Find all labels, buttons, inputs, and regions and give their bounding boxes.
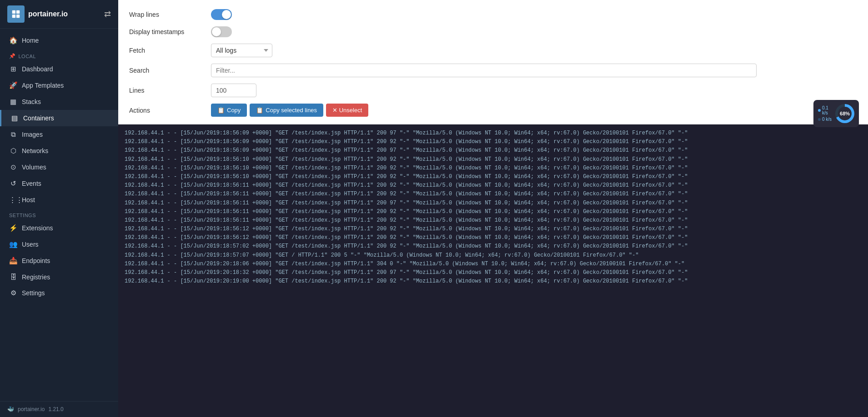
extensions-icon: ⚡ [9,224,17,232]
svg-rect-0 [12,10,15,14]
controls-panel: Wrap lines Display timestamps Fetch All … [118,0,868,124]
footer-brand: portainer.io [18,406,45,412]
log-line[interactable]: 192.168.44.1 - - [15/Jun/2019:18:56:11 +… [125,216,862,225]
log-line[interactable]: 192.168.44.1 - - [15/Jun/2019:18:56:09 +… [125,138,862,146]
upload-dot [818,109,821,112]
sidebar-item-dashboard[interactable]: ⊞ Dashboard [0,61,118,77]
log-line[interactable]: 192.168.44.1 - - [15/Jun/2019:18:56:12 +… [125,233,862,242]
display-timestamps-label: Display timestamps [129,28,211,35]
sidebar-item-endpoints-label: Endpoints [22,257,50,264]
sidebar-item-host[interactable]: ⋮⋮ Host [0,192,118,208]
search-label: Search [129,67,211,74]
sidebar-item-images[interactable]: ⧉ Images [0,126,118,143]
log-output[interactable]: 192.168.44.1 - - [15/Jun/2019:18:56:09 +… [118,124,868,417]
sidebar-logo-text: portainer.io [28,10,68,18]
sidebar-item-users[interactable]: 👥 Users [0,236,118,253]
registries-icon: 🗄 [9,273,17,281]
sidebar-item-app-templates[interactable]: 🚀 App Templates [0,77,118,94]
copy-button[interactable]: 📋 Copy [211,104,247,117]
search-input[interactable] [211,64,757,77]
portainer-logo-icon [7,5,25,23]
networks-icon: ⬡ [9,147,17,155]
settings-section-header: SETTINGS [0,208,118,220]
log-line[interactable]: 192.168.44.1 - - [15/Jun/2019:20:19:00 +… [125,277,862,286]
sidebar-item-events-label: Events [22,180,41,187]
sidebar-item-home[interactable]: 🏠 Home [0,32,118,49]
wrap-lines-toggle[interactable] [211,9,232,20]
display-timestamps-toggle[interactable] [211,26,232,37]
fetch-select[interactable]: All logs Last 100 lines Last 500 lines L… [211,44,272,57]
endpoints-icon: 📥 [9,257,17,265]
perf-upload: 0.1 k/s [818,105,835,115]
performance-widget: 0.1 k/s 0 k/s 68% [813,100,859,127]
volumes-icon: ⊙ [9,163,17,171]
home-icon: 🏠 [9,36,17,45]
actions-label: Actions [129,107,211,114]
sidebar-item-users-label: Users [22,241,39,248]
sidebar-footer: 🐳 portainer.io 1.21.0 [0,401,118,417]
log-line[interactable]: 192.168.44.1 - - [15/Jun/2019:18:56:11 +… [125,208,862,216]
fetch-label: Fetch [129,47,211,54]
sidebar-item-settings[interactable]: ⚙ Settings [0,285,118,301]
sidebar-item-extensions[interactable]: ⚡ Extensions [0,220,118,236]
cpu-gauge: 68% [835,104,854,123]
log-line[interactable]: 192.168.44.1 - - [15/Jun/2019:18:56:10 +… [125,164,862,173]
stacks-icon: ▦ [9,98,17,106]
transfer-icon[interactable]: ⇄ [104,9,111,19]
sidebar-item-containers-label: Containers [23,114,54,122]
host-icon: ⋮⋮ [9,196,17,204]
cpu-percent: 68% [838,107,852,120]
sidebar-item-extensions-label: Extensions [22,224,53,232]
sidebar-nav: 🏠 Home 📌 LOCAL ⊞ Dashboard 🚀 App Templat… [0,29,118,401]
display-timestamps-track [211,26,232,37]
copy-selected-button[interactable]: 📋 Copy selected lines [250,104,323,117]
sidebar-item-events[interactable]: ↺ Events [0,175,118,192]
svg-rect-1 [16,10,20,14]
sidebar-item-volumes-label: Volumes [22,164,46,171]
log-line[interactable]: 192.168.44.1 - - [15/Jun/2019:18:56:10 +… [125,155,862,164]
dashboard-icon: ⊞ [9,65,17,73]
svg-rect-3 [16,15,20,18]
wrap-lines-row: Wrap lines [129,9,857,20]
footer-version: 1.21.0 [48,406,63,412]
search-row: Search [129,64,857,77]
footer-logo-icon: 🐳 [7,406,14,412]
log-line[interactable]: 192.168.44.1 - - [15/Jun/2019:18:56:11 +… [125,199,862,208]
sidebar-item-registries[interactable]: 🗄 Registries [0,269,118,285]
sidebar-item-containers[interactable]: ▤ Containers [0,110,118,126]
sidebar-item-networks[interactable]: ⬡ Networks [0,143,118,159]
log-line[interactable]: 192.168.44.1 - - [15/Jun/2019:18:56:09 +… [125,129,862,138]
users-icon: 👥 [9,240,17,248]
app-templates-icon: 🚀 [9,81,17,89]
actions-row: Actions 📋 Copy 📋 Copy selected lines ✕ U… [129,104,857,117]
sidebar-item-volumes[interactable]: ⊙ Volumes [0,159,118,175]
display-timestamps-knob [212,27,221,36]
perf-download: 0 k/s [818,117,835,122]
log-line[interactable]: 192.168.44.1 - - [15/Jun/2019:20:18:32 +… [125,268,862,277]
fetch-row: Fetch All logs Last 100 lines Last 500 l… [129,44,857,57]
sidebar-local-section: 📌 LOCAL [0,49,118,61]
perf-stats: 0.1 k/s 0 k/s [818,105,835,122]
download-dot [818,118,821,121]
sidebar-item-registries-label: Registries [22,273,50,281]
log-line[interactable]: 192.168.44.1 - - [15/Jun/2019:18:56:10 +… [125,173,862,181]
sidebar-item-stacks-label: Stacks [22,98,41,105]
log-line[interactable]: 192.168.44.1 - - [15/Jun/2019:18:56:11 +… [125,181,862,190]
wrap-lines-label: Wrap lines [129,11,211,18]
log-line[interactable]: 192.168.44.1 - - [15/Jun/2019:18:57:02 +… [125,242,862,251]
sidebar: portainer.io ⇄ 🏠 Home 📌 LOCAL ⊞ Dashboar… [0,0,118,417]
unselect-button[interactable]: ✕ Unselect [326,104,368,117]
log-line[interactable]: 192.168.44.1 - - [15/Jun/2019:18:57:07 +… [125,251,862,260]
sidebar-item-endpoints[interactable]: 📥 Endpoints [0,253,118,269]
lines-input[interactable] [211,84,256,97]
sidebar-item-app-templates-label: App Templates [22,82,64,89]
log-line[interactable]: 192.168.44.1 - - [15/Jun/2019:18:56:12 +… [125,225,862,233]
events-icon: ↺ [9,179,17,188]
sidebar-item-host-label: Host [22,196,35,204]
sidebar-item-stacks[interactable]: ▦ Stacks [0,94,118,110]
log-line[interactable]: 192.168.44.1 - - [15/Jun/2019:20:18:06 +… [125,260,862,268]
sidebar-item-settings-label: Settings [22,289,45,297]
wrap-lines-knob [222,10,231,19]
log-line[interactable]: 192.168.44.1 - - [15/Jun/2019:18:56:09 +… [125,146,862,155]
log-line[interactable]: 192.168.44.1 - - [15/Jun/2019:18:56:11 +… [125,190,862,199]
